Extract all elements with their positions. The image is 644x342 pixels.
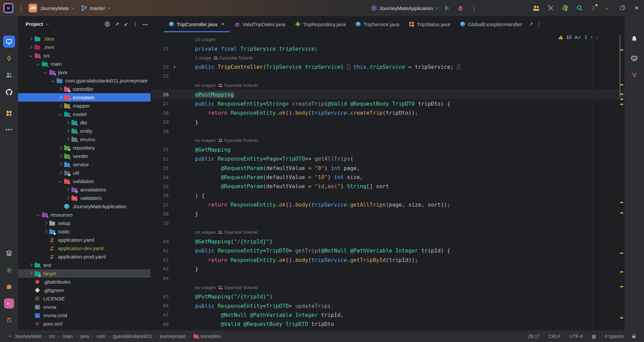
code-line-31[interactable]: 31 @GetMapping (151, 145, 625, 154)
tree-item-exception[interactable]: !exception (18, 93, 151, 102)
chevron-collapsed-icon[interactable] (66, 129, 69, 132)
line-number[interactable]: 26 (151, 92, 169, 97)
expand-all-icon[interactable]: ↗ (113, 20, 121, 28)
tree-item-mvnw[interactable]: ›_mvnw (18, 303, 151, 311)
code-line-27[interactable]: 27 public ResponseEntity<String> createT… (151, 99, 625, 108)
line-number[interactable]: 38 (151, 211, 169, 217)
tree-item-controller[interactable]: ⚙controller (18, 85, 151, 93)
line-number[interactable]: 36 (151, 193, 169, 198)
tree-item-application-yaml[interactable]: YAMLapplication.yaml (18, 236, 151, 244)
run-button[interactable] (440, 0, 453, 16)
line-number[interactable]: 46 (151, 303, 169, 308)
tool-stripe-project[interactable] (3, 36, 15, 48)
profiler-button[interactable] (558, 0, 573, 16)
chevron-collapsed-icon[interactable] (66, 121, 69, 124)
run-configuration-select[interactable]: JourneyMateApplication (372, 5, 440, 11)
code-line-39[interactable]: 39 (151, 219, 625, 228)
split-editor-icon[interactable]: ↗ (527, 16, 535, 32)
code-line-30[interactable]: 30 (151, 127, 625, 136)
chevron-expanded-icon[interactable] (36, 213, 39, 216)
chevron-collapsed-icon[interactable] (58, 146, 61, 149)
inlay-hint[interactable]: no usagesGyarsilal Solanki (151, 81, 625, 90)
tool-stripe-commit[interactable] (6, 55, 12, 62)
warning-stripe-mark[interactable] (620, 202, 623, 203)
tree-item-application-prod-yaml[interactable]: YAMLapplication-prod.yaml (18, 252, 151, 261)
run-more-options-icon[interactable]: ⋮ (467, 0, 480, 16)
usages-hint[interactable]: 10 usages (195, 37, 216, 42)
warning-stripe-mark[interactable] (620, 212, 623, 214)
warning-stripe-mark[interactable] (620, 104, 623, 105)
line-number[interactable]: 34 (151, 175, 169, 180)
warning-stripe-mark[interactable] (620, 84, 623, 86)
line-number[interactable]: 25 (151, 73, 169, 79)
author-chip[interactable]: Gyarsilal Solanki (218, 230, 258, 235)
tree-item--gitignore[interactable]: .gitignore (18, 286, 151, 294)
line-number[interactable]: 21 (151, 46, 169, 51)
chevron-expanded-icon[interactable] (58, 180, 61, 183)
line-number[interactable]: 40 (151, 239, 169, 244)
line-number[interactable]: 39 (151, 221, 169, 226)
code-line-36[interactable]: 36 ) { (151, 191, 625, 200)
tree-item-seeder[interactable]: ●seeder (18, 152, 151, 160)
chevron-expanded-icon[interactable] (44, 71, 47, 74)
code-editor[interactable]: 10 usages21 private final TripService tr… (151, 32, 625, 330)
inspection-widget[interactable]: ! 10 A✓ 1 ↑ ↓ (558, 34, 598, 40)
tree-item-license[interactable]: ©LICENSE (18, 294, 151, 303)
code-line-33[interactable]: 33 @RequestParam(defaultValue = "0") int… (151, 163, 625, 172)
indent-setting[interactable]: 4 spaces (605, 334, 624, 339)
warning-stripe-mark[interactable] (620, 49, 623, 51)
tree-item-repository[interactable]: ⊙repository (18, 144, 151, 152)
tab-tripcontroller-java[interactable]: TripController.java✕ (164, 16, 230, 32)
tree-item-mvnw-cmd[interactable]: ›_mvnw.cmd (18, 311, 151, 320)
chevron-expanded-icon[interactable] (36, 62, 39, 65)
window-minimize-button[interactable]: – (600, 0, 614, 16)
chevron-collapsed-icon[interactable] (44, 222, 47, 225)
tree-item-util[interactable]: ⚙util (18, 169, 151, 177)
next-problem-icon[interactable]: ↓ (596, 34, 599, 40)
code-line-32[interactable]: 32 public ResponseEntity<Page<TripDTO>> … (151, 154, 625, 163)
settings-menu-icon[interactable]: ⋮ (587, 0, 600, 16)
line-number[interactable]: 42 (151, 257, 169, 263)
inlay-hint[interactable]: no usagesGyarsilal Solanki (151, 283, 625, 292)
tool-stripe-terminal[interactable]: >_ (4, 298, 14, 308)
tree-item-validation[interactable]: ✓validation (18, 177, 151, 185)
tree-item-java[interactable]: Jjava (18, 68, 151, 76)
tree-item-enums[interactable]: ▪enums (18, 135, 151, 144)
tree-item-com-gyarsilalsolanki011-journeymate[interactable]: com.gyarsilalsolanki011.journeymate (18, 76, 151, 85)
chevron-collapsed-icon[interactable] (66, 196, 69, 199)
tree-item-pom-xml[interactable]: Vpom.xml (18, 320, 151, 328)
inlay-hint[interactable]: 10 usages (151, 35, 625, 44)
chevron-collapsed-icon[interactable] (44, 230, 47, 233)
chevron-collapsed-icon[interactable] (58, 88, 61, 91)
scrollbar-thumb[interactable] (620, 35, 621, 97)
file-encoding[interactable]: UTF-8 (570, 334, 583, 339)
tree-item--mvn[interactable]: .mvn (18, 43, 151, 51)
tree-item-application-dev-yaml[interactable]: YAMLapplication-dev.yaml (18, 244, 151, 252)
code-line-35[interactable]: 35 @RequestParam(defaultValue = "id,asc"… (151, 182, 625, 191)
tool-stripe-github[interactable] (5, 89, 13, 96)
author-chip[interactable]: Gyarsilal Solanki (218, 285, 258, 290)
collapse-all-icon[interactable]: ↙ (122, 20, 130, 28)
code-line-45[interactable]: 45 @PutMapping("/{tripId}") (151, 292, 625, 301)
tool-stripe-structure[interactable] (6, 111, 12, 116)
tab-globalexceptionhandler[interactable]: GlobalExceptionHandler (455, 16, 527, 32)
tool-stripe-ai-assistant[interactable] (631, 55, 638, 62)
tools-button[interactable] (544, 0, 558, 16)
tool-stripe-packages[interactable] (6, 284, 12, 290)
line-number[interactable]: 41 (151, 248, 169, 253)
warning-stripe-mark[interactable] (620, 99, 623, 100)
code-line-44[interactable]: 44 (151, 274, 625, 283)
tab-validtripdates-java[interactable]: @ValidTripDates.java (230, 16, 290, 32)
chevron-expanded-icon[interactable] (58, 113, 61, 116)
code-line-42[interactable]: 42 return ResponseEntity.ok().body(tripS… (151, 255, 625, 264)
chevron-collapsed-icon[interactable] (29, 46, 32, 49)
line-number[interactable]: 44 (151, 276, 169, 281)
code-with-me-button[interactable] (529, 0, 544, 16)
chevron-collapsed-icon[interactable] (29, 272, 32, 275)
breadcrumb-item-src[interactable]: src (49, 334, 55, 339)
code-line-40[interactable]: 40 @GetMapping("/{tripId}") (151, 237, 625, 246)
tree-item-annotations[interactable]: @annotations (18, 185, 151, 194)
window-close-button[interactable]: ✕ (629, 0, 644, 16)
hide-panel-icon[interactable]: — (141, 20, 149, 28)
tool-stripe-pull-requests[interactable] (6, 72, 13, 78)
